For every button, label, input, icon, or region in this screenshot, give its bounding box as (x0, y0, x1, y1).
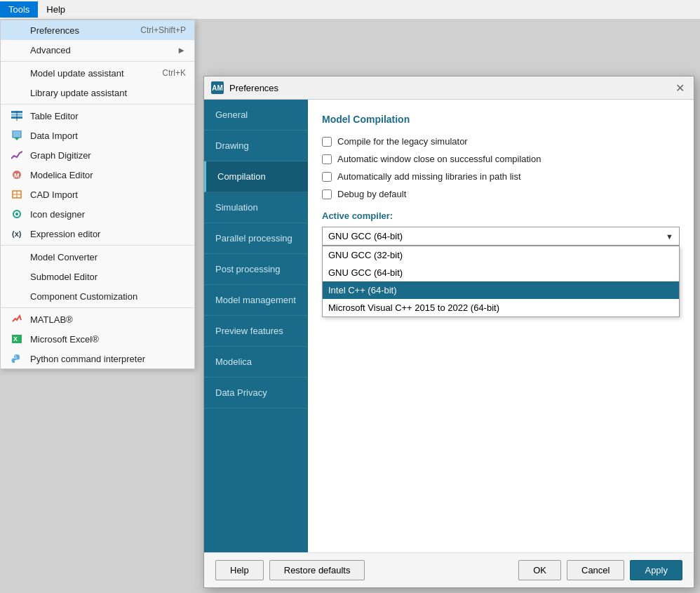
dialog-content: Model Compilation Compile for the legacy… (308, 100, 694, 552)
menu-item-advanced[interactable]: Advanced ► (1, 40, 194, 60)
expression-editor-icon: (x) (9, 228, 25, 239)
preferences-shortcut: Ctrl+Shift+P (140, 25, 186, 35)
table-editor-label: Table Editor (30, 111, 186, 121)
sidebar-item-compilation[interactable]: Compilation (204, 161, 308, 192)
preferences-dialog: AM Preferences ✕ General Drawing Compila… (203, 76, 694, 588)
dialog-sidebar: General Drawing Compilation Simulation P… (204, 100, 308, 552)
model-converter-icon (9, 251, 25, 262)
compiler-option-3[interactable]: Microsoft Visual C++ 2015 to 2022 (64-bi… (323, 299, 679, 317)
menu-item-data-import[interactable]: Data Import (1, 126, 194, 145)
dropdown-arrow-icon: ▼ (666, 232, 673, 241)
data-import-icon (9, 130, 25, 141)
dialog-close-button[interactable]: ✕ (673, 81, 687, 95)
menu-item-component-customization[interactable]: Component Customization (1, 286, 194, 306)
icon-designer-label: Icon designer (30, 209, 186, 220)
dialog-body: General Drawing Compilation Simulation P… (204, 100, 694, 552)
cancel-button[interactable]: Cancel (567, 560, 624, 580)
menu-item-cad-import[interactable]: CAD Import (1, 185, 194, 204)
dialog-titlebar: AM Preferences ✕ (204, 76, 694, 100)
checkbox-debug[interactable] (322, 189, 332, 199)
component-customization-label: Component Customization (30, 291, 186, 302)
sidebar-item-preview-features[interactable]: Preview features (204, 316, 308, 347)
compiler-dropdown-trigger[interactable]: GNU GCC (64-bit) ▼ (322, 227, 680, 246)
component-customization-icon (9, 291, 25, 302)
checkbox-row-autoclose: Automatic window close on successful com… (322, 154, 680, 164)
menu-item-expression-editor[interactable]: (x) Expression editor (1, 224, 194, 244)
sidebar-item-model-management[interactable]: Model management (204, 285, 308, 316)
sidebar-item-parallel-processing[interactable]: Parallel processing (204, 223, 308, 254)
sidebar-item-post-processing[interactable]: Post processing (204, 254, 308, 285)
menu-item-library-update[interactable]: Library update assistant (1, 83, 194, 102)
menu-item-matlab[interactable]: MATLAB® (1, 309, 194, 329)
checkbox-autoadd-label: Automatically add missing libraries in p… (337, 171, 521, 182)
dialog-footer: Help Restore defaults OK Cancel Apply (204, 552, 694, 587)
modelica-editor-label: Modelica Editor (30, 170, 186, 180)
checkbox-debug-label: Debug by default (337, 189, 406, 199)
checkbox-row-debug: Debug by default (322, 189, 680, 199)
separator-3 (1, 245, 194, 246)
graph-digitizer-label: Graph Digitizer (30, 150, 186, 161)
svg-text:(x): (x) (12, 229, 22, 238)
graph-digitizer-icon (9, 149, 25, 161)
checkbox-autoclose[interactable] (322, 154, 332, 164)
cad-import-label: CAD Import (30, 189, 186, 200)
preferences-icon (9, 25, 25, 36)
sidebar-item-simulation[interactable]: Simulation (204, 192, 308, 223)
python-icon (9, 353, 25, 364)
sidebar-item-data-privacy[interactable]: Data Privacy (204, 378, 308, 408)
excel-icon: X (9, 333, 25, 345)
svg-text:M: M (14, 172, 20, 179)
model-update-icon (9, 67, 25, 79)
tools-dropdown: Preferences Ctrl+Shift+P Advanced ► Mode… (0, 20, 195, 369)
compiler-option-2[interactable]: Intel C++ (64-bit) (323, 281, 679, 299)
menu-item-model-update[interactable]: Model update assistant Ctrl+K (1, 63, 194, 83)
checkbox-autoclose-label: Automatic window close on successful com… (337, 154, 541, 164)
compiler-option-0[interactable]: GNU GCC (32-bit) (323, 246, 679, 264)
menu-help[interactable]: Help (38, 1, 74, 18)
help-button[interactable]: Help (215, 560, 264, 580)
menu-tools[interactable]: Tools (0, 1, 38, 18)
menu-item-submodel-editor[interactable]: Submodel Editor (1, 267, 194, 286)
model-converter-label: Model Converter (30, 252, 186, 262)
submodel-editor-icon (9, 271, 25, 282)
menu-item-table-editor[interactable]: Table Editor (1, 106, 194, 126)
sidebar-item-modelica[interactable]: Modelica (204, 347, 308, 378)
restore-defaults-button[interactable]: Restore defaults (269, 560, 365, 580)
active-compiler-label: Active compiler: (322, 211, 680, 221)
matlab-label: MATLAB® (30, 314, 186, 325)
sidebar-item-drawing[interactable]: Drawing (204, 131, 308, 161)
sidebar-item-general[interactable]: General (204, 100, 308, 131)
apply-button[interactable]: Apply (630, 560, 682, 580)
dialog-title-icon: AM (211, 81, 224, 94)
excel-label: Microsoft Excel® (30, 334, 186, 345)
menu-item-preferences[interactable]: Preferences Ctrl+Shift+P (1, 20, 194, 40)
data-import-label: Data Import (30, 131, 186, 141)
svg-point-12 (15, 213, 18, 215)
table-editor-icon (9, 110, 25, 121)
matlab-icon (9, 314, 25, 325)
checkbox-legacy-label: Compile for the legacy simulator (337, 136, 468, 147)
ok-button[interactable]: OK (518, 560, 561, 580)
menubar: Tools Help (0, 0, 700, 20)
menu-item-modelica-editor[interactable]: M Modelica Editor (1, 165, 194, 185)
checkbox-row-autoadd: Automatically add missing libraries in p… (322, 171, 680, 182)
menu-item-model-converter[interactable]: Model Converter (1, 247, 194, 267)
svg-rect-4 (13, 131, 21, 138)
menu-item-icon-designer[interactable]: Icon designer (1, 204, 194, 224)
model-update-label: Model update assistant (30, 68, 162, 79)
menu-item-excel[interactable]: X Microsoft Excel® (1, 329, 194, 349)
compiler-selected-value: GNU GCC (64-bit) (328, 231, 403, 241)
svg-point-16 (15, 356, 17, 357)
menu-item-graph-digitizer[interactable]: Graph Digitizer (1, 145, 194, 165)
section-title: Model Compilation (322, 114, 680, 125)
model-update-shortcut: Ctrl+K (162, 68, 186, 78)
svg-text:X: X (13, 335, 18, 342)
checkbox-legacy[interactable] (322, 137, 332, 147)
compiler-option-1[interactable]: GNU GCC (64-bit) (323, 264, 679, 281)
compiler-dropdown: GNU GCC (64-bit) ▼ GNU GCC (32-bit) GNU … (322, 227, 680, 246)
checkbox-autoadd[interactable] (322, 172, 332, 182)
advanced-label: Advanced (30, 45, 171, 55)
submodel-editor-label: Submodel Editor (30, 272, 186, 282)
menu-item-python[interactable]: Python command interpreter (1, 349, 194, 368)
compiler-dropdown-options: GNU GCC (32-bit) GNU GCC (64-bit) Intel … (322, 246, 680, 317)
